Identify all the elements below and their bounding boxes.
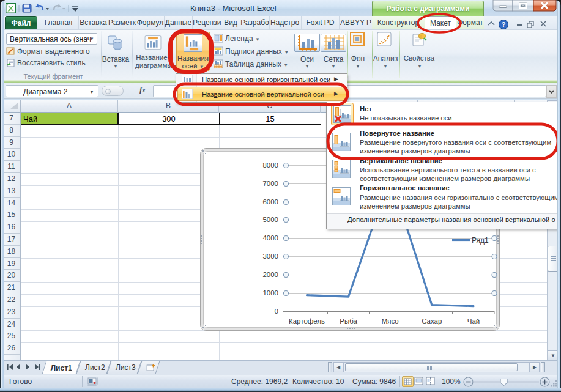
- svg-text:Чай: Чай: [467, 317, 480, 325]
- svg-text:Ряд1: Ряд1: [472, 236, 489, 245]
- svg-text:1000: 1000: [262, 289, 278, 297]
- svg-text:?: ?: [502, 21, 506, 28]
- svg-text:Мясо: Мясо: [382, 317, 399, 325]
- svg-text:6000: 6000: [262, 198, 278, 205]
- svg-text:8000: 8000: [262, 161, 278, 169]
- svg-text:Рыба: Рыба: [340, 317, 357, 325]
- svg-text:Картофель: Картофель: [289, 317, 325, 325]
- svg-text:3000: 3000: [262, 253, 278, 260]
- svg-text:4000: 4000: [262, 234, 278, 242]
- svg-text:Сахар: Сахар: [422, 317, 442, 325]
- svg-text:2000: 2000: [262, 271, 278, 278]
- svg-text:7000: 7000: [262, 180, 278, 187]
- svg-text:5000: 5000: [262, 216, 278, 223]
- svg-text:0: 0: [275, 308, 278, 315]
